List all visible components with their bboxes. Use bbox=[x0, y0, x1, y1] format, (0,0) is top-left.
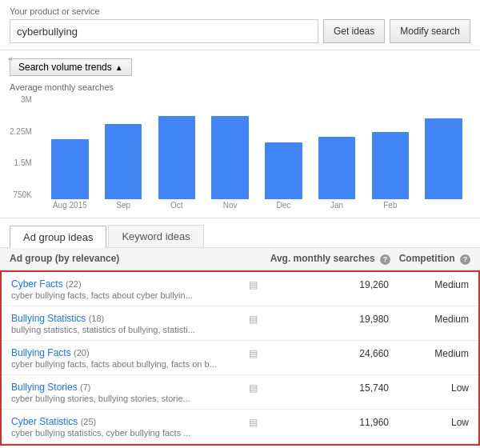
cell-icon-4: ▤ bbox=[245, 415, 261, 428]
x-label-2: Oct bbox=[150, 199, 204, 210]
bar-group-6 bbox=[364, 95, 418, 199]
row-chart-icon-2[interactable]: ▤ bbox=[249, 348, 258, 359]
tab-keyword[interactable]: Keyword ideas bbox=[108, 225, 203, 247]
bar-7 bbox=[425, 118, 462, 199]
cell-icon-1: ▤ bbox=[245, 312, 261, 325]
cell-avg-2: 24,660 bbox=[261, 346, 389, 359]
modify-search-button[interactable]: Modify search bbox=[390, 19, 470, 43]
x-label-3: Nov bbox=[203, 199, 257, 210]
table-rows-container: Cyber Facts (22) cyber bullying facts, f… bbox=[2, 272, 478, 444]
col-header-avg: Avg. monthly searches ? bbox=[262, 253, 390, 265]
chart-bars-area bbox=[43, 95, 470, 199]
search-input[interactable] bbox=[10, 19, 318, 43]
bar-3 bbox=[211, 116, 249, 199]
cell-comp-2: Medium bbox=[389, 346, 469, 359]
bar-group-2 bbox=[150, 95, 204, 199]
top-section: Your product or service Get ideas Modify… bbox=[0, 0, 480, 50]
collapse-arrow-icon[interactable]: « bbox=[8, 54, 13, 63]
get-ideas-button[interactable]: Get ideas bbox=[323, 19, 385, 43]
row-link-2[interactable]: Bullying Facts (20) bbox=[11, 347, 90, 358]
search-volume-trends-button[interactable]: Search volume trends ▲ bbox=[10, 58, 132, 76]
cell-icon-0: ▤ bbox=[245, 278, 261, 290]
bar-group-5 bbox=[310, 95, 364, 199]
row-sub-1: bullying statistics, statistics of bully… bbox=[11, 325, 245, 334]
bar-group-4 bbox=[257, 95, 310, 199]
bar-group-7 bbox=[417, 95, 470, 199]
bar-1 bbox=[105, 124, 142, 199]
cell-name-0: Cyber Facts (22) cyber bullying facts, f… bbox=[11, 278, 245, 300]
avg-info-icon[interactable]: ? bbox=[380, 254, 390, 265]
col-header-adgroup: Ad group (by relevance) bbox=[10, 253, 262, 265]
row-sub-0: cyber bullying facts, facts about cyber … bbox=[11, 290, 245, 300]
cell-icon-3: ▤ bbox=[245, 381, 261, 394]
tabs-section: Ad group ideas Keyword ideas bbox=[0, 218, 480, 248]
y-label-15m: 1.5M bbox=[10, 158, 35, 167]
tab-ad-group[interactable]: Ad group ideas bbox=[10, 226, 106, 248]
table-row-3: Bullying Stories (7) cyber bullying stor… bbox=[2, 375, 478, 410]
cell-avg-4: 11,960 bbox=[261, 415, 389, 428]
cell-comp-3: Low bbox=[389, 381, 469, 394]
highlighted-rows-wrapper: Cyber Facts (22) cyber bullying facts, f… bbox=[0, 270, 480, 446]
table-header-row: Ad group (by relevance) Avg. monthly sea… bbox=[0, 248, 480, 270]
row-link-3[interactable]: Bullying Stories (7) bbox=[11, 382, 91, 393]
row-chart-icon-3[interactable]: ▤ bbox=[249, 382, 258, 394]
x-label-7 bbox=[417, 199, 470, 210]
bar-group-1 bbox=[97, 95, 150, 199]
table-row-0: Cyber Facts (22) cyber bullying facts, f… bbox=[2, 272, 478, 306]
cell-comp-0: Medium bbox=[389, 278, 469, 290]
cell-comp-4: Low bbox=[389, 415, 469, 428]
cell-name-4: Cyber Statistics (25) cyber bullying sta… bbox=[11, 415, 245, 438]
table-section: Ad group (by relevance) Avg. monthly sea… bbox=[0, 248, 480, 446]
x-label-4: Dec bbox=[257, 199, 310, 210]
competition-info-icon[interactable]: ? bbox=[460, 254, 470, 265]
row-chart-icon-4[interactable]: ▤ bbox=[249, 417, 258, 428]
cell-icon-2: ▤ bbox=[245, 346, 261, 359]
row-sub-4: cyber bullying statistics, cyber bullyin… bbox=[11, 428, 245, 438]
bar-2 bbox=[158, 116, 196, 199]
chart-section: « Search volume trends ▲ Average monthly… bbox=[0, 50, 480, 218]
tabs: Ad group ideas Keyword ideas bbox=[10, 225, 470, 247]
cell-name-3: Bullying Stories (7) cyber bullying stor… bbox=[11, 381, 245, 403]
y-label-750k: 750K bbox=[10, 190, 35, 199]
col-header-competition: Competition ? bbox=[390, 253, 470, 265]
x-labels-row: Aug 2015SepOctNovDecJanFeb bbox=[43, 199, 470, 210]
chart-title-label: Search volume trends bbox=[18, 62, 112, 73]
row-sub-3: cyber bullying stories, bullying stories… bbox=[11, 394, 245, 403]
row-chart-icon-0[interactable]: ▤ bbox=[249, 279, 258, 290]
cell-name-1: Bullying Statistics (18) bullying statis… bbox=[11, 312, 245, 334]
chart-container: 3M 2.25M 1.5M 750K bbox=[10, 95, 470, 199]
row-link-1[interactable]: Bullying Statistics (18) bbox=[11, 313, 104, 324]
cell-avg-0: 19,260 bbox=[261, 278, 389, 290]
bar-6 bbox=[372, 132, 410, 200]
cell-name-2: Bullying Facts (20) cyber bullying facts… bbox=[11, 346, 245, 369]
row-sub-2: cyber bullying facts, facts about bullyi… bbox=[11, 359, 245, 369]
row-link-0[interactable]: Cyber Facts (22) bbox=[11, 278, 82, 290]
row-chart-icon-1[interactable]: ▤ bbox=[249, 314, 258, 325]
bar-group-0 bbox=[43, 95, 97, 199]
chart-axis-label: Average monthly searches bbox=[10, 82, 470, 92]
cell-avg-3: 15,740 bbox=[261, 381, 389, 394]
chart-y-axis: 3M 2.25M 1.5M 750K bbox=[10, 95, 35, 199]
bar-5 bbox=[318, 137, 356, 199]
table-row-2: Bullying Facts (20) cyber bullying facts… bbox=[2, 341, 478, 375]
chart-header: Search volume trends ▲ bbox=[10, 58, 470, 76]
bar-4 bbox=[265, 142, 302, 200]
y-label-225m: 2.25M bbox=[10, 127, 35, 136]
bar-0 bbox=[51, 139, 89, 199]
cell-comp-1: Medium bbox=[389, 312, 469, 325]
x-label-0: Aug 2015 bbox=[43, 199, 97, 210]
x-label-5: Jan bbox=[310, 199, 364, 210]
row-link-4[interactable]: Cyber Statistics (25) bbox=[11, 416, 96, 427]
search-row: Get ideas Modify search bbox=[10, 19, 470, 43]
y-label-3m: 3M bbox=[10, 95, 35, 104]
cell-avg-1: 19,980 bbox=[261, 312, 389, 325]
bar-group-3 bbox=[203, 95, 257, 199]
table-row-1: Bullying Statistics (18) bullying statis… bbox=[2, 306, 478, 341]
product-label: Your product or service bbox=[10, 6, 470, 16]
x-label-6: Feb bbox=[364, 199, 418, 210]
table-row-4: Cyber Statistics (25) cyber bullying sta… bbox=[2, 410, 478, 444]
x-label-1: Sep bbox=[97, 199, 150, 210]
dropdown-arrow-icon: ▲ bbox=[115, 63, 123, 72]
